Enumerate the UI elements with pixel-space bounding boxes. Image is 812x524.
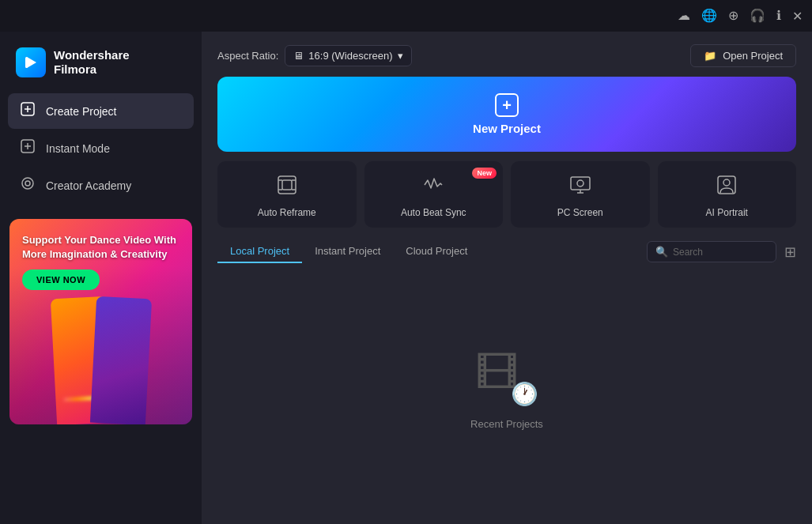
cloud-icon[interactable]: ☁	[678, 9, 690, 22]
creator-academy-icon	[19, 176, 36, 194]
promo-title: Support Your Dance Video With More Imagi…	[22, 233, 179, 262]
chevron-down-icon: ▾	[398, 50, 403, 62]
empty-state: 🎞 🕐 Recent Projects	[202, 273, 812, 524]
tabs-search: 🔍 ⊞	[647, 241, 796, 262]
svg-point-9	[25, 181, 30, 186]
aspect-ratio-label: Aspect Ratio:	[217, 50, 278, 62]
logo-icon	[16, 47, 46, 77]
clock-overlay-icon: 🕐	[511, 381, 538, 407]
svg-rect-1	[25, 57, 28, 68]
create-project-icon	[19, 102, 36, 120]
new-project-plus-icon: +	[495, 93, 519, 117]
auto-beat-sync-icon	[422, 174, 444, 201]
instant-mode-icon	[19, 139, 36, 157]
aspect-ratio-control: Aspect Ratio: 🖥 16:9 (Widescreen) ▾	[217, 45, 412, 66]
ai-portrait-icon	[716, 174, 738, 201]
ai-portrait-label: AI Portrait	[706, 207, 748, 218]
new-badge: New	[472, 168, 497, 179]
sidebar-item-label: Creator Academy	[46, 179, 131, 192]
open-project-label: Open Project	[723, 50, 783, 62]
figure-2	[89, 296, 151, 424]
svg-rect-16	[571, 177, 590, 190]
new-project-area: + New Project	[217, 77, 796, 152]
screen-icon: 🖥	[293, 50, 304, 62]
project-tabs-bar: Local Project Instant Project Cloud Proj…	[202, 240, 812, 263]
new-project-label: New Project	[473, 122, 541, 135]
promo-view-now-button[interactable]: VIEW NOW	[22, 270, 100, 290]
tab-instant-project[interactable]: Instant Project	[302, 240, 393, 263]
sidebar-nav: Create Project Instant Mode	[0, 93, 202, 203]
promo-card[interactable]: Support Your Dance Video With More Imagi…	[9, 219, 192, 424]
open-project-button[interactable]: 📁 Open Project	[690, 44, 796, 67]
sidebar-item-create-project[interactable]: Create Project	[8, 93, 194, 129]
headphones-icon[interactable]: 🎧	[750, 9, 765, 22]
pc-screen-icon	[569, 174, 591, 201]
aspect-ratio-value: 16:9 (Widescreen)	[308, 50, 392, 62]
sidebar-item-label: Create Project	[46, 105, 116, 118]
sidebar: Wondershare Filmora Create Project	[0, 32, 202, 524]
auto-reframe-icon	[276, 174, 298, 201]
feature-card-auto-reframe[interactable]: Auto Reframe	[217, 161, 357, 228]
download-icon[interactable]: ⊕	[728, 9, 738, 22]
svg-rect-11	[282, 180, 292, 190]
info-icon[interactable]: ℹ	[776, 9, 781, 22]
sidebar-item-creator-academy[interactable]: Creator Academy	[8, 168, 194, 203]
svg-rect-10	[278, 176, 296, 194]
svg-point-21	[723, 179, 730, 186]
sidebar-item-label: Instant Mode	[46, 142, 110, 155]
feature-card-auto-beat-sync[interactable]: New Auto Beat Sync	[364, 161, 504, 228]
search-icon: 🔍	[655, 246, 668, 258]
grid-view-icon[interactable]: ⊞	[784, 243, 796, 261]
aspect-ratio-dropdown[interactable]: 🖥 16:9 (Widescreen) ▾	[285, 45, 411, 66]
globe-icon[interactable]: 🌐	[701, 9, 717, 22]
new-project-button[interactable]: + New Project	[217, 77, 796, 152]
promo-card-content: Support Your Dance Video With More Imagi…	[9, 219, 192, 300]
tab-cloud-project[interactable]: Cloud Project	[393, 240, 480, 263]
tab-local-project[interactable]: Local Project	[217, 240, 302, 263]
main-layout: Wondershare Filmora Create Project	[0, 32, 812, 524]
search-box[interactable]: 🔍	[647, 241, 776, 262]
empty-state-label: Recent Projects	[470, 418, 543, 430]
app-name: Wondershare Filmora	[54, 48, 130, 77]
feature-cards: Auto Reframe New Auto Beat Sync	[217, 161, 796, 228]
top-bar: Aspect Ratio: 🖥 16:9 (Widescreen) ▾ 📁 Op…	[202, 32, 812, 77]
pc-screen-label: PC Screen	[557, 207, 603, 218]
svg-point-8	[22, 178, 33, 189]
auto-beat-sync-label: Auto Beat Sync	[401, 207, 466, 218]
app-logo: Wondershare Filmora	[0, 40, 202, 93]
close-button[interactable]: ✕	[792, 9, 803, 24]
sidebar-item-instant-mode[interactable]: Instant Mode	[8, 130, 194, 166]
content-area: Aspect Ratio: 🖥 16:9 (Widescreen) ▾ 📁 Op…	[202, 32, 812, 524]
folder-icon: 📁	[704, 50, 716, 62]
svg-marker-0	[27, 57, 36, 68]
feature-card-pc-screen[interactable]: PC Screen	[511, 161, 650, 228]
title-bar: ☁ 🌐 ⊕ 🎧 ℹ ✕	[0, 0, 812, 32]
empty-state-icon: 🎞 🕐	[475, 352, 538, 407]
svg-point-17	[577, 180, 584, 187]
search-input[interactable]	[673, 247, 768, 258]
feature-card-ai-portrait[interactable]: AI Portrait	[658, 161, 797, 228]
auto-reframe-label: Auto Reframe	[258, 207, 316, 218]
